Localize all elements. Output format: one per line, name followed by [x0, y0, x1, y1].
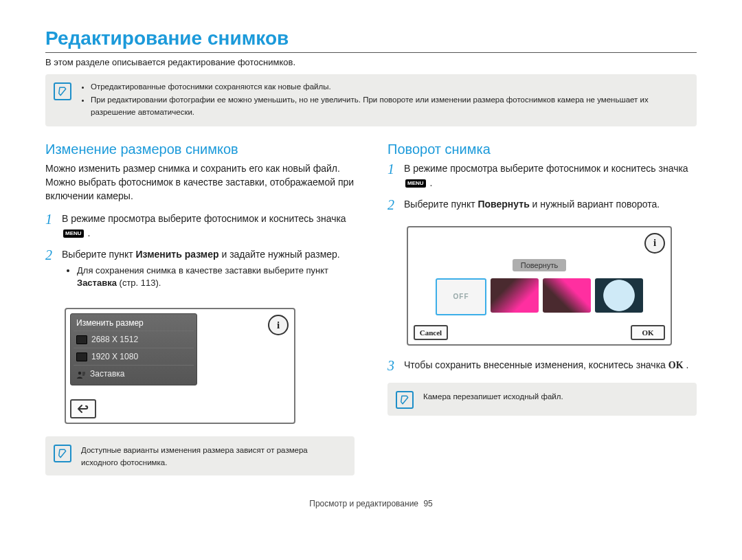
rotate-option[interactable] — [491, 278, 539, 313]
step-number: 2 — [387, 197, 397, 212]
cancel-button[interactable]: Cancel — [414, 325, 448, 340]
rotate-step-3: 3 Чтобы сохранить внесенные изменения, к… — [387, 358, 697, 373]
resize-panel-title: Изменить размер — [74, 317, 194, 331]
page-footer: Просмотр и редактирование 95 — [45, 499, 697, 508]
size-icon — [76, 352, 87, 361]
step-text-tail: . — [87, 227, 90, 238]
resize-footnote: Доступные варианты изменения размера зав… — [45, 436, 355, 475]
menu-icon: MENU — [63, 229, 84, 238]
resize-step-1: 1 В режиме просмотра выберите фотоснимок… — [45, 212, 355, 240]
resize-option[interactable]: 1920 X 1080 — [74, 348, 194, 365]
rotate-option-off[interactable]: OFF — [436, 278, 486, 315]
step-text: В режиме просмотра выберите фотоснимок и… — [404, 163, 688, 174]
rotate-option[interactable] — [595, 278, 643, 313]
step-text-tail: . — [686, 359, 688, 370]
info-button[interactable]: i — [644, 233, 665, 254]
size-icon — [76, 335, 87, 344]
note-icon — [396, 391, 414, 409]
title-rule — [45, 52, 697, 53]
top-note-list: Отредактированные фотоснимки сохраняются… — [81, 81, 688, 120]
intro-text: В этом разделе описывается редактировани… — [45, 57, 697, 67]
ok-inline-icon: OK — [668, 360, 684, 370]
sub-bullet-item: Для сохранения снимка в качестве заставк… — [77, 265, 355, 291]
svg-point-0 — [78, 372, 81, 374]
ok-button[interactable]: OK — [631, 325, 665, 340]
step-bold: Изменить размер — [135, 249, 218, 260]
back-button[interactable] — [70, 399, 96, 418]
step-number: 3 — [387, 358, 397, 373]
info-button[interactable]: i — [268, 315, 289, 335]
note-icon — [54, 445, 71, 462]
top-note-item: При редактировании фотографии ее можно у… — [91, 94, 688, 118]
step-text-tail: и задайте нужный размер. — [219, 249, 340, 260]
resize-panel: Изменить размер 2688 X 1512 1920 X 1080 — [70, 313, 197, 385]
resize-option[interactable]: Заставка — [74, 365, 194, 382]
step-text-tail: . — [429, 177, 432, 188]
resize-step-2: 2 Выберите пункт Изменить размер и задай… — [45, 247, 355, 298]
section-title-rotate: Поворот снимка — [387, 142, 697, 157]
rotate-label: Повернуть — [513, 259, 566, 271]
top-note-box: Отредактированные фотоснимки сохраняются… — [45, 74, 697, 126]
resize-footnote-text: Доступные варианты изменения размера зав… — [81, 443, 346, 469]
resize-option[interactable]: 2688 X 1512 — [74, 331, 194, 348]
step-text: Чтобы сохранить внесенные изменения, кос… — [404, 359, 668, 370]
step-text: Выберите пункт — [404, 199, 477, 210]
page-title: Редактирование снимков — [45, 27, 697, 49]
menu-icon: MENU — [405, 179, 426, 188]
footer-page-number: 95 — [423, 499, 432, 508]
step-number: 1 — [45, 212, 55, 240]
rotate-footnote-text: Камера перезапишет исходный файл. — [423, 390, 563, 403]
step-number: 2 — [45, 247, 55, 298]
step-text-tail: и нужный вариант поворота. — [530, 199, 660, 210]
note-icon — [54, 82, 71, 100]
rotate-option[interactable] — [543, 278, 591, 313]
step-bold: Повернуть — [477, 199, 529, 210]
rotate-screenshot: i Повернуть OFF Cancel OK — [407, 226, 672, 346]
step-text: В режиме просмотра выберите фотоснимок и… — [62, 213, 346, 224]
section-title-resize: Изменение размеров снимков — [45, 142, 355, 157]
top-note-item: Отредактированные фотоснимки сохраняются… — [91, 81, 688, 93]
resize-screenshot: Изменить размер 2688 X 1512 1920 X 1080 — [65, 308, 295, 424]
footer-section: Просмотр и редактирование — [309, 499, 418, 508]
step-number: 1 — [387, 161, 397, 190]
step-text: Выберите пункт — [62, 249, 135, 260]
rotate-step-2: 2 Выберите пункт Повернуть и нужный вари… — [387, 197, 697, 212]
resize-intro: Можно изменить размер снимка и сохранить… — [45, 161, 355, 203]
rotate-footnote: Камера перезапишет исходный файл. — [387, 383, 697, 416]
startup-icon — [76, 370, 86, 378]
rotate-step-1: 1 В режиме просмотра выберите фотоснимок… — [387, 161, 697, 190]
